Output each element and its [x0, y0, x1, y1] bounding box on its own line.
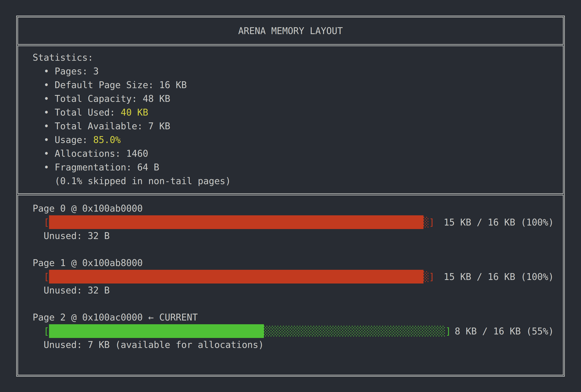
- unused-label: Unused: 32 B: [33, 229, 554, 243]
- unused-label: Unused: 32 B: [33, 284, 554, 297]
- stat-item: • Pages: 3: [33, 64, 554, 78]
- bullet-icon: •: [33, 134, 55, 145]
- page-block: Page 1 @ 0x100ab8000 [░]15 KB / 16 KB (1…: [33, 256, 554, 297]
- bullet-icon: •: [33, 66, 55, 76]
- stat-item: • Default Page Size: 16 KB: [33, 78, 554, 92]
- current-page-marker: ← CURRENT: [143, 312, 198, 322]
- page-block: Page 0 @ 0x100ab0000 [░]15 KB / 16 KB (1…: [33, 202, 554, 243]
- bar-close-bracket: ]: [429, 217, 435, 228]
- usage-label: 15 KB / 16 KB (100%): [444, 272, 554, 282]
- stat-item: • Total Used: 40 KB: [33, 106, 554, 119]
- stat-item: • Fragmentation: 64 B: [33, 160, 554, 174]
- bar-open-bracket: [: [33, 217, 49, 228]
- bullet-icon: •: [33, 148, 55, 159]
- page-address: Page 2 @ 0x100ac0000: [33, 312, 143, 322]
- bullet-icon: •: [33, 80, 55, 90]
- stat-label: Total Used:: [55, 107, 121, 118]
- stat-value: 1460: [126, 148, 148, 159]
- usage-label: 8 KB / 16 KB (55%): [455, 326, 554, 336]
- page-block: Page 2 @ 0x100ac0000 ← CURRENT [░░░░░░░░…: [33, 310, 554, 352]
- stat-value: 85.0%: [93, 134, 120, 145]
- arena-window: ARENA MEMORY LAYOUT Statistics: • Pages:…: [16, 16, 565, 376]
- page-header: Page 1 @ 0x100ab8000: [33, 256, 554, 270]
- stat-label: Total Available:: [55, 121, 148, 131]
- pages-panel: Page 0 @ 0x100ab0000 [░]15 KB / 16 KB (1…: [17, 195, 564, 375]
- stat-value: 3: [93, 66, 99, 76]
- bar-free-segment: ░: [424, 215, 429, 229]
- page-address: Page 1 @ 0x100ab8000: [33, 258, 143, 268]
- unused-label: Unused: 7 KB (available for allocations): [33, 338, 554, 352]
- title-bar: ARENA MEMORY LAYOUT: [17, 17, 564, 45]
- stat-label: Fragmentation:: [55, 162, 137, 172]
- page-usage-bar: [░]15 KB / 16 KB (100%): [33, 270, 554, 284]
- page-address: Page 0 @ 0x100ab0000: [33, 203, 143, 214]
- page-usage-bar: [░░░░░░░░░░░░░░░░░░░░░░░░░░░░░░░░░]8 KB …: [33, 324, 554, 338]
- bullet-icon: •: [33, 162, 55, 172]
- stat-value: 48 KB: [143, 93, 170, 104]
- stat-value: 7 KB: [148, 121, 170, 131]
- statistics-panel: Statistics: • Pages: 3 • Default Page Si…: [17, 46, 564, 194]
- page-header: Page 0 @ 0x100ab0000: [33, 202, 554, 215]
- bar-used-segment: [49, 270, 423, 284]
- bar-used-segment: [49, 215, 423, 229]
- page-title: ARENA MEMORY LAYOUT: [238, 26, 343, 36]
- stat-label: Total Capacity:: [55, 93, 143, 104]
- stat-item: • Total Available: 7 KB: [33, 119, 554, 133]
- bullet-icon: •: [33, 93, 55, 104]
- statistics-list: • Pages: 3 • Default Page Size: 16 KB • …: [33, 64, 554, 174]
- bar-close-bracket: ]: [429, 272, 435, 282]
- statistics-heading: Statistics:: [33, 51, 554, 64]
- usage-label: 15 KB / 16 KB (100%): [444, 217, 554, 228]
- bar-free-segment: ░░░░░░░░░░░░░░░░░░░░░░░░░░░░░░░░░: [264, 324, 446, 338]
- fragmentation-footnote: (0.1% skipped in non-tail pages): [55, 174, 554, 188]
- page-usage-bar: [░]15 KB / 16 KB (100%): [33, 215, 554, 229]
- bullet-icon: •: [33, 107, 55, 118]
- stat-label: Default Page Size:: [55, 80, 159, 90]
- stat-label: Allocations:: [55, 148, 126, 159]
- bullet-icon: •: [33, 121, 55, 131]
- bar-open-bracket: [: [33, 326, 49, 336]
- bar-close-bracket: ]: [446, 326, 451, 336]
- bar-free-segment: ░: [424, 270, 429, 284]
- stat-item: • Usage: 85.0%: [33, 133, 554, 147]
- stat-label: Usage:: [55, 134, 93, 145]
- stat-value: 64 B: [137, 162, 159, 172]
- stat-value: 40 KB: [121, 107, 148, 118]
- bar-used-segment: [49, 324, 264, 338]
- stat-item: • Total Capacity: 48 KB: [33, 92, 554, 106]
- stat-label: Pages:: [55, 66, 93, 76]
- bar-open-bracket: [: [33, 272, 49, 282]
- page-header: Page 2 @ 0x100ac0000 ← CURRENT: [33, 310, 554, 324]
- stat-item: • Allocations: 1460: [33, 147, 554, 160]
- stat-value: 16 KB: [159, 80, 187, 90]
